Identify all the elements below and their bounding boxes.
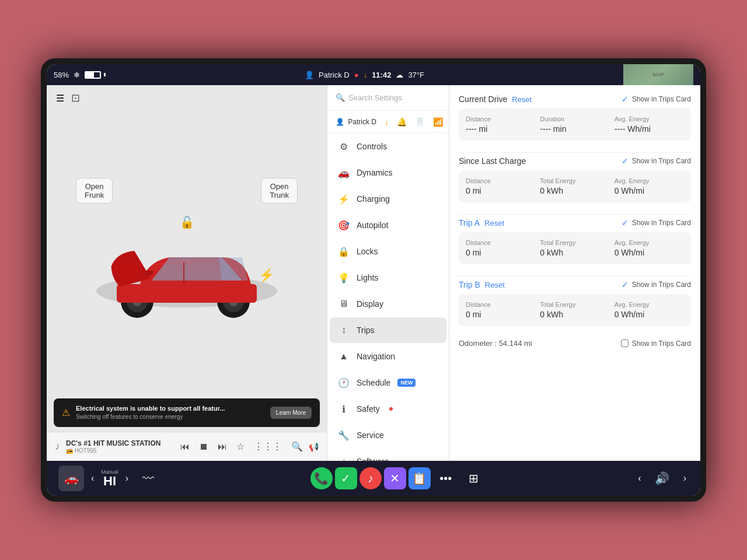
service-label: Service (357, 430, 384, 440)
chevron-left-button[interactable]: ‹ (89, 471, 96, 486)
music-app-button[interactable]: ♪ (359, 467, 382, 489)
trip-b-total-energy-label: Total Energy (540, 301, 609, 308)
favorite-button[interactable]: ☆ (236, 441, 245, 452)
menu-item-navigation[interactable]: ▲ Navigation (330, 344, 446, 369)
heat-button[interactable]: 〰 (135, 466, 161, 491)
temperature: 37°F (408, 71, 424, 79)
cancel-wrapper: ✕ (384, 467, 406, 489)
menu-item-lights[interactable]: 💡 Lights (330, 265, 446, 290)
warning-title: Electrical system is unable to support a… (76, 404, 264, 413)
odometer-trips-checkbox[interactable] (621, 340, 629, 347)
bluetooth-icon: ❄ (74, 71, 80, 79)
service-icon: 🔧 (338, 430, 350, 441)
menu-item-schedule[interactable]: 🕐 Schedule NEW (330, 370, 446, 396)
clipboard-wrapper: 📋 (409, 467, 431, 489)
since-last-charge-section: Since Last Charge ✓ Show in Trips Card D… (459, 156, 691, 202)
menu-item-service[interactable]: 🔧 Service (330, 422, 446, 448)
settings-panel: 🔍 Search Settings 👤 Patrick D ↓ 🔔 🦷 📶 (327, 85, 449, 461)
software-label: Software (357, 457, 389, 461)
battery-percent: 58% (54, 71, 69, 79)
menu-item-trips[interactable]: ↕ Trips (330, 317, 446, 343)
search-music-button[interactable]: 🔍 (291, 441, 303, 452)
menu-item-dynamics[interactable]: 🚗 Dynamics (330, 160, 446, 186)
main-content: ☰ ⊡ Open Frunk Open Trunk (47, 85, 700, 461)
since-last-charge-label: Since Last Charge (459, 156, 526, 166)
search-placeholder: Search Settings (348, 93, 402, 102)
menu-item-display[interactable]: 🖥 Display (330, 291, 446, 317)
trip-a-avg-energy-value: 0 Wh/mi (615, 248, 684, 257)
top-bar-right: MAP (623, 64, 693, 85)
trip-b-reset[interactable]: Reset (485, 281, 505, 289)
equalizer-button[interactable]: ⋮⋮⋮ (254, 441, 282, 452)
taskbar-chevron-right[interactable]: › (681, 471, 689, 486)
open-trunk-button[interactable]: Open Trunk (261, 178, 298, 204)
menu-item-software[interactable]: ↓ Software (330, 449, 446, 461)
next-button[interactable]: ⏭ (218, 442, 227, 452)
search-bar[interactable]: 🔍 Search Settings (336, 93, 441, 102)
car-taskbar-icon: 🚗 (64, 471, 79, 485)
trip-b-total-energy-value: 0 kWh (540, 310, 609, 319)
cancel-button[interactable]: ✕ (384, 467, 406, 489)
navigation-icon: ▲ (338, 351, 350, 362)
warning-subtitle: Switching off features to conserve energ… (76, 413, 264, 421)
autopilot-label: Autopilot (357, 220, 388, 230)
top-status-bar: 58% ❄ 👤 Patrick D ● ↓ 11:42 ☁ 37°F (47, 64, 700, 85)
bell-icon[interactable]: 🔔 (397, 117, 407, 127)
current-duration-cell: Duration ---- min (540, 116, 609, 134)
top-bar-center: 👤 Patrick D ● ↓ 11:42 ☁ 37°F (305, 71, 424, 79)
bluetooth-settings-icon[interactable]: 🦷 (415, 117, 425, 127)
trip-a-label: Trip A (459, 218, 480, 228)
phone-button[interactable]: 📞 (310, 467, 333, 489)
frunk-trunk-buttons: Open Frunk Open Trunk (53, 178, 321, 204)
open-frunk-button[interactable]: Open Frunk (76, 178, 113, 204)
menu-item-autopilot[interactable]: 🎯 Autopilot (330, 212, 446, 238)
taskbar-chevron-left[interactable]: ‹ (636, 471, 643, 486)
check-wrapper: ✓ (335, 467, 357, 489)
left-panel: ☰ ⊡ Open Frunk Open Trunk (47, 85, 327, 461)
menu-item-charging[interactable]: ⚡ Charging (330, 186, 446, 212)
trip-a-avg-energy-label: Avg. Energy (615, 239, 684, 246)
lights-icon: 💡 (338, 272, 350, 284)
checkmark-icon-4: ✓ (622, 280, 629, 289)
audio-output-icon[interactable]: 📢 (309, 442, 319, 452)
stop-button[interactable]: ⏹ (199, 442, 208, 452)
music-app-icon: ♪ (368, 472, 374, 485)
warning-icon: ⚠ (62, 407, 70, 418)
top-bar-username: Patrick D (319, 71, 350, 79)
check-button[interactable]: ✓ (335, 467, 357, 489)
locks-icon: 🔒 (338, 246, 350, 257)
trip-a-distance-label: Distance (466, 239, 535, 246)
music-right: 📢 (309, 442, 319, 452)
menu-icon[interactable]: ☰ (56, 93, 64, 104)
menu-item-safety[interactable]: ℹ Safety (330, 396, 446, 422)
current-drive-reset[interactable]: Reset (512, 95, 532, 104)
trip-a-reset[interactable]: Reset (484, 219, 504, 228)
current-drive-section: Current Drive Reset ✓ Show in Trips Card… (459, 94, 691, 141)
current-energy-value: ---- Wh/mi (615, 124, 684, 134)
new-badge: NEW (397, 379, 416, 387)
since-last-charge-show-trips: ✓ Show in Trips Card (622, 156, 691, 166)
menu-item-locks[interactable]: 🔒 Locks (330, 239, 446, 264)
odometer-value: Odometer : 54,144 mi (459, 339, 532, 348)
trips-panel: Current Drive Reset ✓ Show in Trips Card… (449, 85, 700, 461)
grid-button[interactable]: ⊞ (461, 466, 487, 491)
lock-icon: 🔓 (180, 215, 194, 229)
taskbar-right: ‹ 🔊 › (636, 466, 689, 491)
prev-button[interactable]: ⏮ (180, 442, 190, 452)
music-controls: ⏮ ⏹ ⏭ ☆ ⋮⋮⋮ 🔍 (180, 441, 303, 452)
menu-item-controls[interactable]: ⚙ Controls (330, 134, 446, 159)
more-icon: ••• (439, 472, 452, 485)
download-status-icon: ↓ (385, 117, 389, 127)
trip-a-header: Trip A Reset ✓ Show in Trips Card (459, 218, 691, 228)
music-info: DC's #1 HIT MUSIC STATION 📻 HOT995 (66, 439, 174, 454)
car-status-button[interactable]: 🚗 (58, 466, 84, 491)
slc-total-energy-value: 0 kWh (540, 186, 609, 195)
volume-button[interactable]: 🔊 (650, 466, 675, 491)
current-duration-label: Duration (540, 116, 609, 123)
trip-b-avg-energy-label: Avg. Energy (615, 301, 684, 308)
schedule-label: Schedule (357, 378, 390, 387)
more-button[interactable]: ••• (433, 466, 459, 491)
car-view: Open Frunk Open Trunk 🔓 (47, 111, 327, 394)
chevron-right-button[interactable]: › (123, 471, 131, 486)
learn-more-button[interactable]: Learn More (270, 407, 312, 419)
